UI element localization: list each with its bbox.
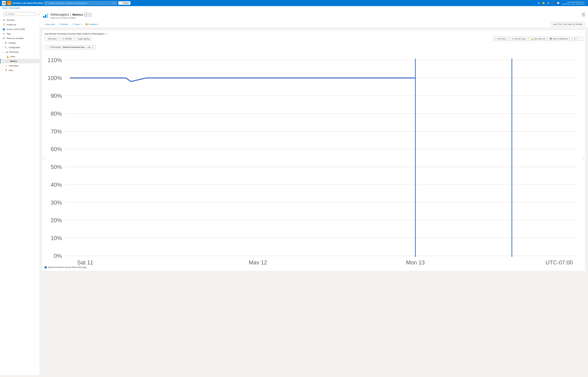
chart-settings-button[interactable]: ⚙ [572,37,577,41]
sidebar-item-metrics[interactable]: 📈 Metrics [0,59,39,63]
sidebar-item-activity-log[interactable]: 📋 Activity log [0,22,39,27]
monitor-icon[interactable]: 🖥 [537,2,540,4]
sidebar-item-resource-visualizer[interactable]: 🔗 Resource visualizer [0,36,39,41]
configuration-expand-icon: › [2,47,3,48]
svg-text:May 12: May 12 [249,259,267,264]
refresh-button[interactable]: ↻ Refresh [57,22,70,26]
apply-splitting-button[interactable]: ⊙ Apply splitting [75,37,91,41]
sidebar-item-label: Tags [7,33,11,35]
time-range-button[interactable]: Local Time: Last 3 days (15 minutes) [551,22,585,26]
help-icon: ❓ [4,69,7,71]
sidebar-item-iam[interactable]: 👥 Access control (IAM) [0,27,39,31]
feedback-button[interactable]: 😊 Feedback ▾ [84,22,101,26]
feedback-nav-icon[interactable]: 💬 [557,2,560,5]
sidebar-pin-button[interactable]: ◇ [37,13,40,16]
metric-tag-resource: RANInsights1, [50,46,62,48]
refresh-label: Refresh [61,23,68,25]
sidebar-search-input[interactable] [8,13,34,15]
sidebar-item-label: Metrics [10,60,17,62]
chart-nav-left-button[interactable]: ‹ [43,156,46,160]
close-button[interactable]: ✕ [582,13,585,17]
line-chart-icon: 📈 [495,38,497,40]
sidebar-item-settings[interactable]: › ⚙ Settings [0,41,39,45]
search-icon: 🔍 [46,2,48,4]
breadcrumb-home[interactable]: Home [2,7,7,9]
metrics-icon: 📈 [6,60,9,62]
add-filter-label: Add filter [65,38,72,40]
chart-more-button[interactable]: ··· [578,37,583,41]
main-layout: 🔍 ◇ « ⊞ Overview 📋 Activity log 👥 Access… [0,10,588,375]
bell-icon[interactable]: 🔔 [542,2,545,5]
add-filter-button[interactable]: ⊞ Add filter [61,37,74,41]
add-metric-button[interactable]: + Add metric ▾ [45,37,60,41]
sidebar-item-alerts[interactable]: 🔔 Alerts [0,54,39,59]
sidebar-item-label: Automation [9,65,19,67]
edit-title-icon[interactable]: ✏ [106,33,107,35]
save-dashboard-label: Save to dashboard [553,38,568,40]
user-profile[interactable]: chrisqpublic@contoso.c... CONTOSO, LTD. … [562,1,586,5]
sidebar-item-help[interactable]: › ❓ Help [0,68,39,72]
help-expand-icon: › [2,69,3,71]
favorite-button[interactable]: ☆ [84,13,87,17]
sidebar-item-label: Resource visualizer [7,37,24,39]
new-alert-rule-button[interactable]: 🔔 New alert rule [530,37,547,41]
gear-icon[interactable]: ⚙ [547,2,549,5]
drill-logs-chevron-icon: ▾ [526,38,527,40]
share-label: Share [74,23,80,25]
share-button[interactable]: ↗ Share ▾ [70,22,83,26]
automation-expand-icon: › [2,65,3,67]
chart-container: Avg Derived Connection Success Rate (CSR… [42,30,586,271]
chart-toolbar-right: 📈 Line chart ▾ 📋 Drill into Logs ▾ 🔔 New… [493,37,583,41]
sidebar-item-configuration[interactable]: › 🔧 Configuration [0,45,39,50]
menu-icon[interactable]: ☰ [2,1,6,5]
sidebar-item-label: Overview [7,19,15,21]
chart-title: Avg Derived Connection Success Rate (CSR… [45,33,583,35]
new-chart-button[interactable]: + New chart [43,22,57,26]
metric-tag-close-icon[interactable]: ✕ [92,46,94,48]
sidebar-item-label: Monitoring [9,51,19,53]
sidebar-item-label: Activity log [7,24,16,26]
sidebar-item-monitoring[interactable]: ∨ 📊 Monitoring [0,50,39,54]
save-to-dashboard-button[interactable]: 💾 Save to dashboard ▾ [548,37,571,41]
svg-text:60%: 60% [51,146,62,152]
overview-icon: ⊞ [2,19,5,21]
sidebar: 🔍 ◇ « ⊞ Overview 📋 Activity log 👥 Access… [0,10,40,375]
drill-into-logs-button[interactable]: 📋 Drill into Logs ▾ [510,37,529,41]
alert-rule-icon: 🔔 [531,38,533,40]
svg-text:10%: 10% [51,235,62,241]
metric-tag-metric-name: Derived Connection Succ... [63,46,86,48]
line-chart-button[interactable]: 📈 Line chart ▾ [493,37,509,41]
top-navigation: ☰ 🔥 Contoso, Ltd. Azure (Preview) 🔍 G+/ … [0,0,588,6]
global-search-input[interactable] [49,2,112,4]
share-chevron-icon: ▾ [81,24,82,25]
app-title: Contoso, Ltd. Azure (Preview) [12,2,43,4]
user-email: chrisqpublic@contoso.c... [562,1,586,3]
sidebar-search-box[interactable]: 🔍 [4,12,35,16]
breadcrumb-resource[interactable]: RANInsights1 [9,7,20,9]
sidebar-item-label: Configuration [9,46,20,48]
svg-text:110%: 110% [48,57,62,63]
global-search-box[interactable]: 🔍 G+/ [44,1,117,5]
split-icon: ⊙ [76,38,78,40]
legend-color-swatch [45,266,47,268]
nav-icons: 🖥 🔔 ⚙ ❓ 💬 chrisqpublic@contoso.c... CONT… [537,1,586,5]
svg-text:80%: 80% [51,111,62,117]
sidebar-item-tags[interactable]: 🏷 Tags [0,31,39,36]
sidebar-item-overview[interactable]: ⊞ Overview [0,18,39,22]
new-alert-rule-label: New alert rule [534,38,545,40]
sidebar-item-automation[interactable]: › ⚡ Automation [0,63,39,68]
line-chart-label: Line chart [498,38,506,40]
filter-icon: ⊞ [63,38,64,40]
feedback-label: Feedback [89,23,97,25]
sidebar-item-label: Help [9,69,13,71]
new-chart-label: New chart [46,23,55,25]
question-icon[interactable]: ❓ [552,2,554,5]
refresh-icon: ↻ [59,23,61,25]
more-options-button[interactable]: ··· [89,13,91,17]
drill-logs-label: Drill into Logs [514,38,525,40]
chart-nav-right-button[interactable]: › [582,156,585,160]
sidebar-item-label: Settings [9,42,16,44]
page-title-prefix: RANInsights1 [51,13,69,16]
svg-text:70%: 70% [51,129,62,135]
copilot-button[interactable]: ✨ Copilot [118,1,130,5]
